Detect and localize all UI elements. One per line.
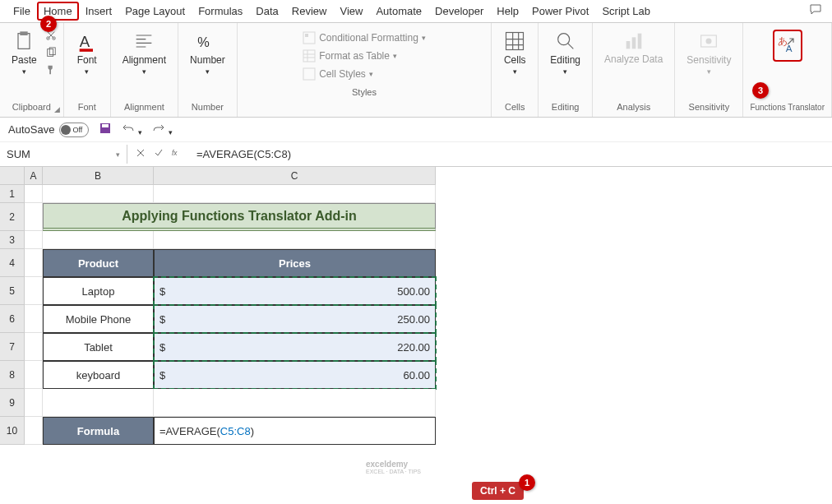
- row-header[interactable]: 1: [0, 185, 25, 203]
- col-header[interactable]: C: [154, 167, 436, 185]
- row-header[interactable]: 8: [0, 361, 25, 389]
- group-alignment: Alignment ▾ Alignment: [111, 23, 178, 117]
- group-sensitivity: Sensitivity ▾ Sensitivity: [675, 23, 743, 117]
- paste-button[interactable]: Paste ▾: [7, 26, 42, 79]
- conditional-formatting-button[interactable]: Conditional Formatting ▾: [301, 30, 428, 46]
- tab-insert[interactable]: Insert: [79, 2, 119, 21]
- tab-script-lab[interactable]: Script Lab: [595, 2, 657, 21]
- cell-price[interactable]: $500.00: [154, 277, 436, 305]
- editing-button[interactable]: Editing ▾: [545, 26, 585, 79]
- group-functions-translator: あA Functions Translator: [743, 23, 832, 117]
- svg-rect-16: [631, 37, 636, 49]
- svg-rect-12: [303, 68, 315, 80]
- functions-translator-button[interactable]: あA: [768, 26, 807, 65]
- cell-product[interactable]: Laptop: [43, 277, 154, 305]
- select-all-corner[interactable]: [0, 167, 25, 185]
- undo-icon[interactable]: ▾: [122, 122, 142, 137]
- svg-rect-7: [79, 49, 92, 52]
- analyze-data-button[interactable]: Analyze Data: [599, 26, 668, 68]
- clipboard-launcher[interactable]: ◢: [54, 105, 60, 113]
- callout-2: 2: [40, 16, 57, 32]
- row-header[interactable]: 6: [0, 305, 25, 333]
- redo-icon[interactable]: ▾: [152, 122, 173, 137]
- formula-input[interactable]: =AVERAGE(C5:C8): [190, 145, 832, 164]
- cell-price[interactable]: $250.00: [154, 305, 436, 333]
- number-button[interactable]: % Number ▾: [185, 26, 230, 79]
- svg-rect-17: [637, 34, 641, 49]
- enter-icon[interactable]: [154, 148, 164, 160]
- group-styles: Conditional Formatting ▾ Format as Table…: [238, 23, 492, 117]
- alignment-button[interactable]: Alignment ▾: [118, 26, 171, 79]
- format-painter-icon[interactable]: [45, 64, 57, 78]
- tab-view[interactable]: View: [333, 2, 369, 21]
- save-icon[interactable]: [99, 122, 112, 137]
- row-header[interactable]: 9: [0, 389, 25, 417]
- cell-styles-button[interactable]: Cell Styles ▾: [301, 66, 428, 82]
- col-header[interactable]: B: [43, 167, 154, 185]
- cell-product[interactable]: Mobile Phone: [43, 305, 154, 333]
- copy-icon[interactable]: [45, 47, 57, 61]
- callout-3: 3: [752, 82, 769, 99]
- callout-1: 1: [519, 474, 535, 491]
- svg-rect-15: [626, 41, 630, 49]
- watermark: exceldemy EXCEL · DATA · TIPS: [366, 460, 421, 474]
- svg-rect-13: [506, 33, 524, 50]
- ribbon: Paste ▾ Clipboard ◢ A Font ▾ Font Al: [0, 23, 832, 118]
- svg-rect-23: [102, 124, 109, 127]
- group-font: A Font ▾ Font: [64, 23, 111, 117]
- font-button[interactable]: A Font ▾: [71, 26, 104, 79]
- row-header[interactable]: 2: [0, 203, 25, 231]
- tab-automate[interactable]: Automate: [369, 2, 428, 21]
- ctrl-c-badge: Ctrl + C: [472, 482, 524, 500]
- formula-cell[interactable]: =AVERAGE(C5:C8): [154, 417, 436, 445]
- header-product[interactable]: Product: [43, 249, 154, 277]
- svg-point-19: [706, 39, 712, 44]
- cell-price[interactable]: $60.00: [154, 361, 436, 389]
- row-header[interactable]: 7: [0, 333, 25, 361]
- row-header[interactable]: 10: [0, 417, 25, 445]
- fx-icon[interactable]: fx: [172, 148, 182, 160]
- col-header[interactable]: A: [25, 167, 43, 185]
- group-editing: Editing ▾ Editing: [538, 23, 593, 117]
- header-prices[interactable]: Prices: [154, 249, 436, 277]
- quick-access-toolbar: AutoSave Off ▾ ▾: [0, 118, 832, 142]
- comments-icon[interactable]: [806, 0, 825, 22]
- row-header[interactable]: 5: [0, 277, 25, 305]
- svg-text:A: A: [79, 33, 90, 50]
- tab-review[interactable]: Review: [285, 2, 334, 21]
- row-header[interactable]: 3: [0, 231, 25, 249]
- tab-help[interactable]: Help: [490, 2, 525, 21]
- name-box[interactable]: SUM ▾: [0, 145, 127, 164]
- svg-rect-0: [18, 34, 30, 49]
- group-clipboard: Paste ▾ Clipboard ◢: [0, 23, 64, 117]
- svg-rect-11: [303, 50, 315, 62]
- tab-power-pivot[interactable]: Power Pivot: [525, 2, 595, 21]
- svg-text:%: %: [198, 35, 210, 49]
- sensitivity-button[interactable]: Sensitivity ▾: [682, 26, 736, 79]
- svg-rect-1: [21, 31, 28, 35]
- ribbon-tabstrip: File Home Insert Page Layout Formulas Da…: [0, 0, 832, 23]
- cell-product[interactable]: Tablet: [43, 333, 154, 361]
- cell-price[interactable]: $220.00: [154, 333, 436, 361]
- tab-formulas[interactable]: Formulas: [192, 2, 249, 21]
- cell-product[interactable]: keyboard: [43, 361, 154, 389]
- svg-text:fx: fx: [172, 150, 178, 157]
- row-header[interactable]: 4: [0, 249, 25, 277]
- format-as-table-button[interactable]: Format as Table ▾: [301, 48, 428, 64]
- tab-page-layout[interactable]: Page Layout: [118, 2, 192, 21]
- tab-data[interactable]: Data: [249, 2, 284, 21]
- svg-rect-10: [305, 34, 308, 37]
- svg-text:A: A: [785, 43, 792, 53]
- formula-bar: SUM ▾ fx =AVERAGE(C5:C8): [0, 142, 832, 167]
- tab-file[interactable]: File: [7, 2, 37, 21]
- formula-label[interactable]: Formula: [43, 417, 154, 445]
- cells-button[interactable]: Cells ▾: [498, 26, 531, 79]
- tab-developer[interactable]: Developer: [428, 2, 490, 21]
- worksheet: 1 2 3 4 5 6 7 8 9 10 A B C Applying Func…: [0, 167, 832, 445]
- group-cells: Cells ▾ Cells: [492, 23, 538, 117]
- title-cell[interactable]: Applying Functions Translator Add-in: [43, 203, 436, 231]
- group-analysis: Analyze Data Analysis: [593, 23, 675, 117]
- cancel-icon[interactable]: [136, 148, 146, 160]
- group-number: % Number ▾ Number: [178, 23, 238, 117]
- autosave-toggle[interactable]: AutoSave Off: [8, 123, 89, 137]
